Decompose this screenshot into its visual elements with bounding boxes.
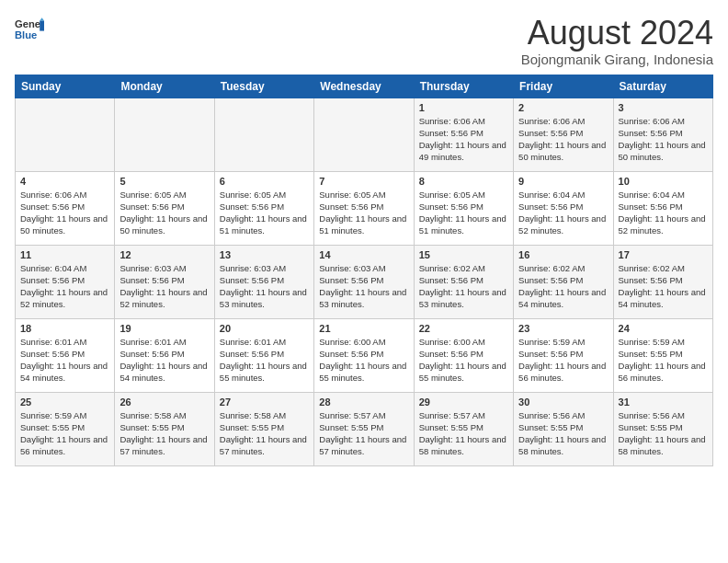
sunrise-text: Sunrise: 6:05 AM bbox=[119, 189, 209, 201]
calendar-cell: 9Sunrise: 6:04 AMSunset: 5:56 PMDaylight… bbox=[514, 171, 613, 245]
sunrise-text: Sunrise: 5:57 AM bbox=[319, 409, 408, 421]
daylight-text: Daylight: 11 hours and 54 minutes. bbox=[119, 360, 209, 385]
week-row-2: 4Sunrise: 6:06 AMSunset: 5:56 PMDaylight… bbox=[16, 171, 713, 245]
sunrise-text: Sunrise: 5:58 AM bbox=[220, 409, 309, 421]
day-number: 19 bbox=[119, 323, 209, 334]
sunrise-text: Sunrise: 6:06 AM bbox=[518, 115, 608, 127]
daylight-text: Daylight: 11 hours and 54 minutes. bbox=[619, 286, 708, 311]
sunrise-text: Sunrise: 6:04 AM bbox=[619, 189, 708, 201]
calendar-cell: 8Sunrise: 6:05 AMSunset: 5:56 PMDaylight… bbox=[414, 171, 513, 245]
day-number: 24 bbox=[619, 323, 708, 334]
sunrise-text: Sunrise: 6:03 AM bbox=[319, 262, 408, 274]
calendar-cell: 4Sunrise: 6:06 AMSunset: 5:56 PMDaylight… bbox=[16, 171, 115, 245]
day-info: Sunrise: 5:56 AMSunset: 5:55 PMDaylight:… bbox=[518, 409, 608, 458]
daylight-text: Daylight: 11 hours and 53 minutes. bbox=[220, 286, 309, 311]
day-number: 6 bbox=[220, 176, 309, 187]
day-info: Sunrise: 6:06 AMSunset: 5:56 PMDaylight:… bbox=[619, 115, 708, 164]
sunset-text: Sunset: 5:56 PM bbox=[319, 201, 408, 213]
sunset-text: Sunset: 5:56 PM bbox=[619, 201, 708, 213]
calendar-cell: 25Sunrise: 5:59 AMSunset: 5:55 PMDayligh… bbox=[16, 392, 115, 465]
svg-marker-2 bbox=[40, 20, 44, 30]
day-info: Sunrise: 5:58 AMSunset: 5:55 PMDaylight:… bbox=[119, 409, 209, 458]
sunset-text: Sunset: 5:55 PM bbox=[119, 421, 209, 433]
sunrise-text: Sunrise: 5:57 AM bbox=[419, 409, 508, 421]
sunset-text: Sunset: 5:56 PM bbox=[518, 348, 608, 360]
sunrise-text: Sunrise: 6:06 AM bbox=[619, 115, 708, 127]
calendar-cell bbox=[16, 98, 115, 171]
sunrise-text: Sunrise: 6:01 AM bbox=[220, 336, 309, 348]
day-info: Sunrise: 6:06 AMSunset: 5:56 PMDaylight:… bbox=[20, 189, 109, 237]
sunrise-text: Sunrise: 6:02 AM bbox=[619, 262, 708, 274]
sunrise-text: Sunrise: 6:06 AM bbox=[419, 115, 508, 127]
day-number: 14 bbox=[319, 249, 408, 260]
day-info: Sunrise: 5:59 AMSunset: 5:55 PMDaylight:… bbox=[20, 409, 109, 458]
calendar-cell: 30Sunrise: 5:56 AMSunset: 5:55 PMDayligh… bbox=[514, 392, 613, 465]
sunset-text: Sunset: 5:55 PM bbox=[319, 421, 408, 433]
sunrise-text: Sunrise: 6:02 AM bbox=[518, 262, 608, 274]
sunset-text: Sunset: 5:56 PM bbox=[119, 348, 209, 360]
daylight-text: Daylight: 11 hours and 58 minutes. bbox=[518, 433, 608, 458]
day-number: 18 bbox=[20, 323, 109, 334]
calendar-cell: 13Sunrise: 6:03 AMSunset: 5:56 PMDayligh… bbox=[214, 245, 313, 318]
day-info: Sunrise: 6:05 AMSunset: 5:56 PMDaylight:… bbox=[220, 189, 309, 237]
day-info: Sunrise: 5:59 AMSunset: 5:55 PMDaylight:… bbox=[619, 336, 708, 385]
calendar-table: SundayMondayTuesdayWednesdayThursdayFrid… bbox=[15, 75, 713, 466]
sunrise-text: Sunrise: 6:03 AM bbox=[119, 262, 209, 274]
sunrise-text: Sunrise: 5:59 AM bbox=[20, 409, 109, 421]
calendar-cell: 1Sunrise: 6:06 AMSunset: 5:56 PMDaylight… bbox=[414, 98, 513, 171]
calendar-cell: 5Sunrise: 6:05 AMSunset: 5:56 PMDaylight… bbox=[115, 171, 214, 245]
day-info: Sunrise: 6:03 AMSunset: 5:56 PMDaylight:… bbox=[220, 262, 309, 311]
day-number: 10 bbox=[619, 176, 708, 187]
day-number: 23 bbox=[518, 323, 608, 334]
daylight-text: Daylight: 11 hours and 49 minutes. bbox=[419, 139, 508, 164]
sunrise-text: Sunrise: 6:05 AM bbox=[319, 189, 408, 201]
calendar-cell: 19Sunrise: 6:01 AMSunset: 5:56 PMDayligh… bbox=[115, 318, 214, 392]
calendar-cell: 7Sunrise: 6:05 AMSunset: 5:56 PMDaylight… bbox=[314, 171, 414, 245]
day-info: Sunrise: 6:06 AMSunset: 5:56 PMDaylight:… bbox=[518, 115, 608, 164]
day-info: Sunrise: 6:05 AMSunset: 5:56 PMDaylight:… bbox=[419, 189, 508, 237]
sunset-text: Sunset: 5:56 PM bbox=[220, 348, 309, 360]
calendar-cell: 26Sunrise: 5:58 AMSunset: 5:55 PMDayligh… bbox=[115, 392, 214, 465]
sunrise-text: Sunrise: 6:00 AM bbox=[319, 336, 408, 348]
daylight-text: Daylight: 11 hours and 58 minutes. bbox=[619, 433, 708, 458]
weekday-header-tuesday: Tuesday bbox=[214, 75, 313, 98]
day-number: 15 bbox=[419, 249, 508, 260]
calendar-cell bbox=[214, 98, 313, 171]
calendar-cell: 31Sunrise: 5:56 AMSunset: 5:55 PMDayligh… bbox=[613, 392, 712, 465]
daylight-text: Daylight: 11 hours and 52 minutes. bbox=[119, 286, 209, 311]
sunrise-text: Sunrise: 5:59 AM bbox=[619, 336, 708, 348]
day-info: Sunrise: 6:02 AMSunset: 5:56 PMDaylight:… bbox=[419, 262, 508, 311]
calendar-cell bbox=[115, 98, 214, 171]
calendar-cell: 12Sunrise: 6:03 AMSunset: 5:56 PMDayligh… bbox=[115, 245, 214, 318]
sunset-text: Sunset: 5:56 PM bbox=[220, 274, 309, 286]
sunrise-text: Sunrise: 5:58 AM bbox=[119, 409, 209, 421]
week-row-5: 25Sunrise: 5:59 AMSunset: 5:55 PMDayligh… bbox=[16, 392, 713, 465]
day-info: Sunrise: 6:01 AMSunset: 5:56 PMDaylight:… bbox=[119, 336, 209, 385]
daylight-text: Daylight: 11 hours and 50 minutes. bbox=[20, 213, 109, 237]
weekday-header-sunday: Sunday bbox=[16, 75, 115, 98]
day-number: 13 bbox=[220, 249, 309, 260]
weekday-header-wednesday: Wednesday bbox=[314, 75, 414, 98]
sunrise-text: Sunrise: 5:56 AM bbox=[619, 409, 708, 421]
sunrise-text: Sunrise: 6:04 AM bbox=[518, 189, 608, 201]
sunset-text: Sunset: 5:56 PM bbox=[20, 348, 109, 360]
day-number: 22 bbox=[419, 323, 508, 334]
daylight-text: Daylight: 11 hours and 51 minutes. bbox=[319, 213, 408, 237]
calendar-cell: 3Sunrise: 6:06 AMSunset: 5:56 PMDaylight… bbox=[613, 98, 712, 171]
day-number: 28 bbox=[319, 396, 408, 408]
day-info: Sunrise: 6:03 AMSunset: 5:56 PMDaylight:… bbox=[319, 262, 408, 311]
calendar-cell: 24Sunrise: 5:59 AMSunset: 5:55 PMDayligh… bbox=[613, 318, 712, 392]
sunset-text: Sunset: 5:56 PM bbox=[319, 274, 408, 286]
sunset-text: Sunset: 5:56 PM bbox=[619, 274, 708, 286]
sunset-text: Sunset: 5:56 PM bbox=[20, 274, 109, 286]
day-number: 26 bbox=[119, 396, 209, 408]
day-info: Sunrise: 6:05 AMSunset: 5:56 PMDaylight:… bbox=[319, 189, 408, 237]
day-info: Sunrise: 6:06 AMSunset: 5:56 PMDaylight:… bbox=[419, 115, 508, 164]
calendar-subtitle: Bojongmanik Girang, Indonesia bbox=[521, 52, 713, 67]
calendar-cell: 11Sunrise: 6:04 AMSunset: 5:56 PMDayligh… bbox=[16, 245, 115, 318]
daylight-text: Daylight: 11 hours and 57 minutes. bbox=[220, 433, 309, 458]
sunset-text: Sunset: 5:55 PM bbox=[619, 421, 708, 433]
sunrise-text: Sunrise: 6:02 AM bbox=[419, 262, 508, 274]
calendar-cell: 6Sunrise: 6:05 AMSunset: 5:56 PMDaylight… bbox=[214, 171, 313, 245]
daylight-text: Daylight: 11 hours and 56 minutes. bbox=[20, 433, 109, 458]
